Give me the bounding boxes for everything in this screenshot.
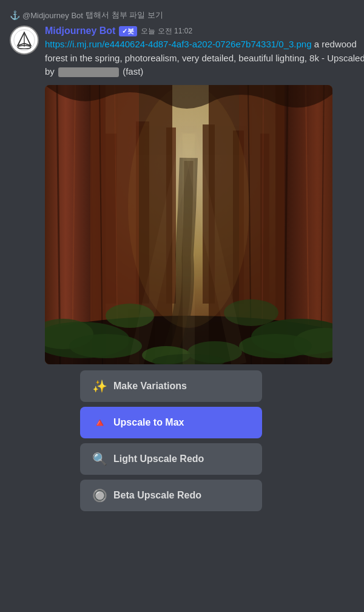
tap-text: 탭해서 첨부 파일 보기 bbox=[86, 10, 163, 21]
image-link[interactable]: https://i.mj.run/e4440624-4d87-4af3-a202… bbox=[45, 39, 312, 49]
forest-image[interactable] bbox=[45, 85, 332, 364]
bot-name: Midjourney Bot bbox=[45, 25, 115, 36]
light-upscale-redo-icon: 🔍 bbox=[92, 452, 107, 466]
suffix2-text: (fast) bbox=[123, 66, 143, 76]
bot-name-row: Midjourney Bot ✓봇 오늘 오전 11:02 bbox=[45, 25, 364, 36]
mention-row: ⚓ @Midjourney Bot 탭해서 첨부 파일 보기 bbox=[10, 10, 354, 21]
upscale-to-max-icon: 🔺 bbox=[92, 415, 107, 430]
mention-icon: ⚓ bbox=[10, 10, 20, 20]
light-upscale-redo-label: Light Upscale Redo bbox=[113, 454, 204, 464]
beta-upscale-redo-icon: 🔘 bbox=[92, 488, 107, 503]
forest-svg bbox=[45, 85, 332, 364]
svg-point-35 bbox=[239, 334, 312, 358]
message-body: https://i.mj.run/e4440624-4d87-4af3-a202… bbox=[45, 38, 364, 79]
make-variations-button[interactable]: ✨ Make Variations bbox=[80, 370, 262, 402]
beta-upscale-redo-label: Beta Upscale Redo bbox=[113, 490, 201, 501]
avatar bbox=[10, 25, 39, 55]
light-upscale-redo-button[interactable]: 🔍 Light Upscale Redo bbox=[80, 443, 262, 475]
action-buttons: ✨ Make Variations 🔺 Upscale to Max 🔍 Lig… bbox=[80, 370, 364, 511]
upscale-to-max-button[interactable]: 🔺 Upscale to Max bbox=[80, 407, 262, 438]
message-container: ⚓ @Midjourney Bot 탭해서 첨부 파일 보기 Midjourne… bbox=[0, 0, 364, 511]
beta-upscale-redo-button[interactable]: 🔘 Beta Upscale Redo bbox=[80, 480, 262, 511]
upscale-to-max-label: Upscale to Max bbox=[113, 417, 184, 428]
make-variations-label: Make Variations bbox=[113, 381, 187, 392]
bot-badge: ✓봇 bbox=[119, 26, 137, 36]
midjourney-logo-icon bbox=[13, 29, 35, 51]
mention-text: @Midjourney Bot bbox=[22, 11, 83, 20]
svg-point-44 bbox=[128, 85, 249, 328]
timestamp: 오늘 오전 11:02 bbox=[141, 26, 192, 36]
username-blur bbox=[58, 67, 119, 77]
make-variations-icon: ✨ bbox=[92, 379, 107, 393]
